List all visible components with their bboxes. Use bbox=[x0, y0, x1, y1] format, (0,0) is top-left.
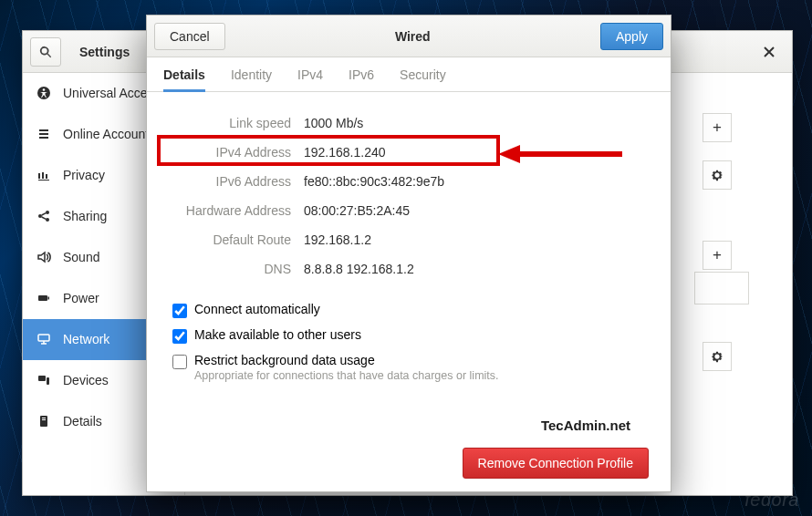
cancel-button[interactable]: Cancel bbox=[154, 23, 225, 50]
checkbox-input[interactable] bbox=[172, 304, 187, 318]
checkbox-connect-automatically[interactable]: Connect automatically bbox=[172, 302, 645, 318]
source-watermark: TecAdmin.net bbox=[541, 418, 630, 433]
add-connection-button-2[interactable]: + bbox=[703, 241, 732, 270]
checkbox-input[interactable] bbox=[172, 355, 187, 369]
connection-settings-button-2[interactable] bbox=[703, 342, 732, 371]
detail-value: 1000 Mb/s bbox=[304, 116, 363, 130]
search-button[interactable] bbox=[30, 37, 61, 67]
sidebar-item-label: Details bbox=[63, 414, 102, 428]
gear-icon bbox=[711, 350, 724, 363]
detail-row-dns: DNS 8.8.8.8 192.168.1.2 bbox=[172, 254, 645, 284]
detail-label: Hardware Address bbox=[172, 203, 291, 218]
svg-point-4 bbox=[46, 218, 49, 222]
settings-title: Settings bbox=[79, 45, 130, 59]
checkbox-available-other-users[interactable]: Make available to other users bbox=[172, 327, 645, 344]
sidebar-item-label: Sound bbox=[63, 250, 99, 264]
close-button[interactable] bbox=[752, 35, 786, 69]
devices-icon bbox=[36, 372, 52, 388]
search-icon bbox=[39, 46, 52, 58]
close-icon bbox=[763, 46, 776, 58]
detail-value: fe80::8bc:90c3:482:9e7b bbox=[304, 174, 444, 189]
privacy-icon bbox=[36, 167, 52, 183]
detail-value: 192.168.1.240 bbox=[304, 145, 386, 160]
dialog-body: Link speed 1000 Mb/s IPv4 Address 192.16… bbox=[147, 92, 671, 491]
detail-value: 192.168.1.2 bbox=[304, 232, 371, 247]
detail-row-hardware-address: Hardware Address 08:00:27:B5:2A:45 bbox=[172, 196, 645, 225]
detail-row-ipv4-address: IPv4 Address 192.168.1.240 bbox=[172, 138, 645, 167]
sidebar-item-label: Online Accounts bbox=[63, 127, 155, 141]
dialog-title: Wired bbox=[395, 29, 431, 44]
apply-button[interactable]: Apply bbox=[600, 23, 663, 50]
dialog-tabs: Details Identity IPv4 IPv6 Security bbox=[147, 57, 671, 92]
svg-rect-7 bbox=[38, 335, 49, 341]
accessibility-icon bbox=[36, 85, 52, 101]
detail-row-default-route: Default Route 192.168.1.2 bbox=[172, 225, 645, 254]
checkbox-label: Make available to other users bbox=[194, 327, 361, 342]
svg-rect-8 bbox=[38, 376, 46, 381]
svg-rect-6 bbox=[48, 297, 50, 300]
accounts-icon bbox=[36, 126, 52, 142]
svg-rect-11 bbox=[42, 418, 46, 418]
tab-identity[interactable]: Identity bbox=[231, 67, 272, 91]
gear-icon bbox=[711, 169, 724, 181]
detail-label: Link speed bbox=[172, 116, 291, 130]
svg-rect-10 bbox=[40, 416, 47, 427]
svg-point-3 bbox=[46, 211, 49, 214]
detail-row-ipv6-address: IPv6 Address fe80::8bc:90c3:482:9e7b bbox=[172, 167, 645, 196]
detail-value: 8.8.8.8 192.168.1.2 bbox=[304, 262, 414, 276]
svg-rect-9 bbox=[47, 377, 49, 385]
detail-label: DNS bbox=[172, 262, 291, 276]
checkbox-label: Connect automatically bbox=[194, 302, 320, 316]
network-icon bbox=[36, 331, 52, 347]
svg-point-2 bbox=[38, 214, 42, 218]
sidebar-item-label: Privacy bbox=[63, 168, 105, 182]
connection-dialog: Cancel Wired Apply Details Identity IPv4… bbox=[146, 15, 671, 492]
svg-rect-5 bbox=[38, 295, 47, 301]
dialog-titlebar: Cancel Wired Apply bbox=[147, 15, 671, 57]
connection-card-fragment bbox=[694, 272, 749, 304]
checkbox-label: Restrict background data usage bbox=[194, 353, 499, 367]
tab-details[interactable]: Details bbox=[163, 67, 205, 92]
svg-point-1 bbox=[43, 88, 46, 91]
detail-value: 08:00:27:B5:2A:45 bbox=[304, 203, 410, 218]
connection-settings-button[interactable] bbox=[703, 160, 732, 190]
power-icon bbox=[36, 290, 52, 306]
svg-rect-12 bbox=[42, 419, 46, 420]
share-icon bbox=[36, 208, 52, 224]
tab-security[interactable]: Security bbox=[400, 67, 446, 91]
detail-label: IPv4 Address bbox=[172, 145, 291, 160]
sidebar-item-label: Power bbox=[63, 291, 99, 305]
tab-ipv6[interactable]: IPv6 bbox=[349, 67, 374, 91]
sidebar-item-label: Network bbox=[63, 332, 109, 346]
checkbox-sublabel: Appropriate for connections that have da… bbox=[194, 369, 499, 382]
sidebar-item-label: Sharing bbox=[63, 209, 107, 223]
tab-ipv4[interactable]: IPv4 bbox=[297, 67, 323, 91]
detail-row-link-speed: Link speed 1000 Mb/s bbox=[172, 108, 645, 138]
checkbox-input[interactable] bbox=[172, 329, 187, 344]
detail-label: Default Route bbox=[172, 232, 291, 247]
remove-connection-button[interactable]: Remove Connection Profile bbox=[463, 448, 649, 479]
detail-label: IPv6 Address bbox=[172, 174, 291, 189]
info-icon bbox=[36, 413, 52, 429]
sidebar-item-label: Devices bbox=[63, 373, 109, 387]
checkbox-restrict-background-data[interactable]: Restrict background data usage Appropria… bbox=[172, 353, 645, 382]
speaker-icon bbox=[36, 249, 52, 265]
add-connection-button[interactable]: + bbox=[703, 113, 732, 142]
